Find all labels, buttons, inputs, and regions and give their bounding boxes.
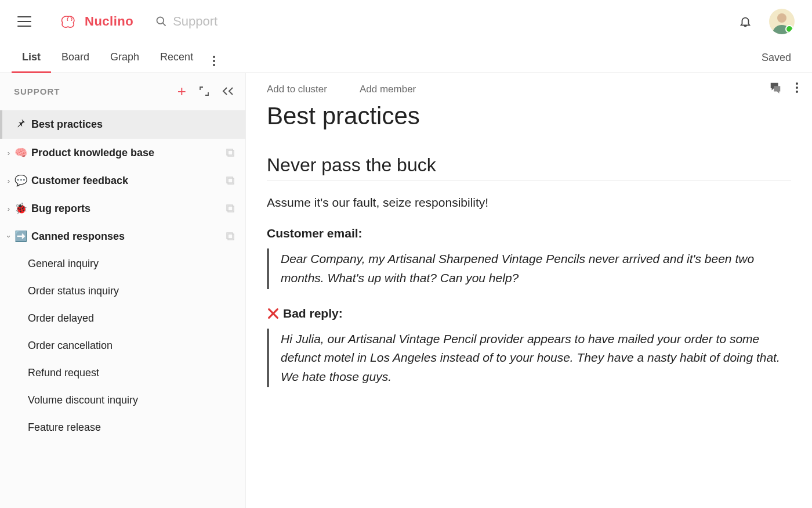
chevron-right-icon: › [5, 149, 13, 157]
sidebar-item-product-knowledge-base[interactable]: › 🧠 Product knowledge base [0, 139, 245, 167]
svg-point-0 [157, 17, 164, 24]
sidebar-item-label: Order cancellation [28, 340, 235, 352]
sidebar-item-customer-feedback[interactable]: › 💬 Customer feedback [0, 167, 245, 194]
brand-name: Nuclino [85, 14, 133, 29]
chevron-right-icon: › [5, 204, 13, 213]
expand-icon[interactable] [199, 86, 209, 96]
tab-recent[interactable]: Recent [150, 43, 204, 73]
speech-bubble-emoji-icon: 💬 [14, 174, 28, 187]
svg-line-1 [163, 23, 166, 26]
bad-reply-quote[interactable]: Hi Julia, our Artisanal Vintage Pencil p… [267, 329, 791, 388]
pin-icon [14, 118, 28, 131]
cross-mark-icon [267, 307, 280, 320]
sidebar-item-label: Customer feedback [31, 175, 226, 187]
document-more-button[interactable] [796, 82, 798, 93]
view-tabbar: List Board Graph Recent Saved [0, 43, 812, 73]
copy-icon [226, 176, 235, 185]
arrow-right-emoji-icon: ➡️ [14, 230, 28, 243]
add-member-button[interactable]: Add member [360, 84, 416, 95]
sidebar-item-label: Bug reports [31, 203, 226, 215]
intro-paragraph[interactable]: Assume it's our fault, seize responsibil… [267, 194, 791, 211]
sidebar-item-canned-responses[interactable]: › ➡️ Canned responses [0, 222, 245, 250]
copy-icon [226, 148, 235, 157]
sidebar-actions: + [177, 84, 234, 99]
sidebar-item-label: Order status inquiry [28, 285, 235, 297]
more-vertical-icon [213, 56, 215, 66]
sidebar-item-best-practices[interactable]: Best practices [0, 110, 245, 139]
main-content: SUPPORT + Best practices [0, 73, 812, 508]
sidebar-item-label: Order delayed [28, 312, 235, 325]
sidebar-item-label: Product knowledge base [31, 147, 226, 159]
sidebar: SUPPORT + Best practices [0, 73, 246, 508]
app-header: Nuclino Support [0, 0, 812, 43]
sidebar-item-label: Volume discount inquiry [28, 394, 235, 406]
sidebar-item-label: General inquiry [28, 258, 235, 270]
menu-toggle-button[interactable] [17, 16, 31, 27]
notifications-button[interactable] [739, 15, 752, 28]
chevron-right-icon: › [5, 176, 13, 185]
customer-email-label[interactable]: Customer email: [267, 226, 791, 240]
copy-icon [226, 232, 235, 241]
sidebar-item-bug-reports[interactable]: › 🐞 Bug reports [0, 194, 245, 222]
brain-icon [59, 14, 80, 29]
sidebar-child-feature-release[interactable]: Feature release [0, 414, 245, 441]
tab-board[interactable]: Board [51, 43, 100, 73]
copy-icon [226, 204, 235, 213]
sidebar-child-refund-request[interactable]: Refund request [0, 359, 245, 387]
svg-point-2 [777, 13, 786, 23]
sidebar-item-label: Canned responses [31, 230, 226, 243]
user-avatar[interactable] [769, 9, 795, 34]
sidebar-child-order-status-inquiry[interactable]: Order status inquiry [0, 278, 245, 305]
document-header-links: Add to cluster Add member [267, 84, 791, 95]
header-actions [739, 9, 795, 34]
document-top-actions [769, 81, 798, 94]
sidebar-item-label: Feature release [28, 421, 235, 434]
search-icon [155, 16, 167, 27]
add-item-button[interactable]: + [177, 84, 186, 99]
tab-list[interactable]: List [12, 43, 51, 73]
tab-more-button[interactable] [208, 45, 220, 71]
chevron-down-icon: › [5, 232, 13, 240]
sidebar-child-order-delayed[interactable]: Order delayed [0, 305, 245, 332]
sidebar-item-label: Refund request [28, 367, 235, 379]
bad-reply-label: Bad reply: [283, 307, 343, 320]
sidebar-header: SUPPORT + [0, 73, 245, 107]
sidebar-child-order-cancellation[interactable]: Order cancellation [0, 332, 245, 359]
search-input[interactable]: Support [155, 14, 217, 29]
search-placeholder: Support [173, 14, 217, 29]
bad-reply-heading[interactable]: Bad reply: [267, 307, 791, 320]
collapse-sidebar-button[interactable] [222, 87, 234, 96]
document-title[interactable]: Best practices [267, 102, 791, 130]
sidebar-child-general-inquiry[interactable]: General inquiry [0, 250, 245, 278]
customer-email-quote[interactable]: Dear Company, my Artisanal Sharpened Vin… [267, 248, 791, 289]
add-to-cluster-button[interactable]: Add to cluster [267, 84, 327, 95]
view-tabs: List Board Graph Recent [12, 43, 204, 73]
brand-logo[interactable]: Nuclino [59, 14, 133, 29]
section-heading[interactable]: Never pass the buck [267, 154, 791, 181]
brain-emoji-icon: 🧠 [14, 146, 28, 159]
workspace-title: SUPPORT [14, 87, 60, 96]
save-status: Saved [762, 52, 791, 64]
sidebar-child-volume-discount-inquiry[interactable]: Volume discount inquiry [0, 387, 245, 414]
tab-graph[interactable]: Graph [100, 43, 150, 73]
comments-button[interactable] [769, 81, 782, 94]
sidebar-item-label: Best practices [31, 118, 235, 131]
ladybug-emoji-icon: 🐞 [14, 202, 28, 215]
document-pane: Add to cluster Add member Best practices… [246, 73, 812, 508]
sidebar-tree: Best practices › 🧠 Product knowledge bas… [0, 107, 245, 453]
